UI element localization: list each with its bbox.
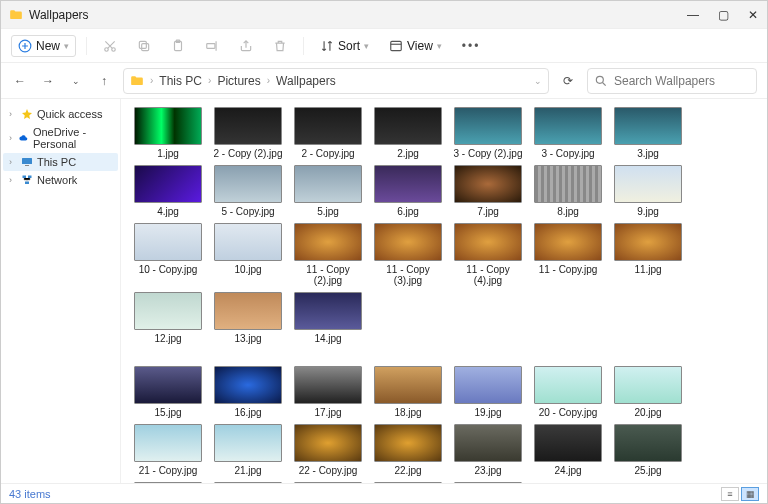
file-item[interactable]: 2.jpg <box>371 107 445 159</box>
file-item[interactable]: 3 - Copy.jpg <box>531 107 605 159</box>
breadcrumb-thispc[interactable]: This PC <box>159 74 202 88</box>
file-item[interactable]: 21.jpg <box>211 424 285 476</box>
file-item[interactable]: 20.jpg <box>611 366 685 418</box>
close-button[interactable]: ✕ <box>745 7 761 23</box>
file-item[interactable]: 14.jpg <box>291 292 365 344</box>
sidebar-item-onedrive[interactable]: › OneDrive - Personal <box>3 123 118 153</box>
file-thumbnail <box>454 165 522 203</box>
file-item[interactable]: 25.jpg <box>611 424 685 476</box>
file-name-label: 22 - Copy.jpg <box>291 465 365 476</box>
recent-dropdown-icon[interactable]: ⌄ <box>67 72 85 90</box>
back-button[interactable]: ← <box>11 72 29 90</box>
file-item[interactable]: 11.jpg <box>611 223 685 286</box>
file-thumbnail <box>294 165 362 203</box>
view-button[interactable]: View ▾ <box>383 36 448 56</box>
file-item[interactable]: 23.jpg <box>451 424 525 476</box>
file-item[interactable]: 2 - Copy (2).jpg <box>211 107 285 159</box>
file-item[interactable]: 22.jpg <box>371 424 445 476</box>
view-icon <box>389 39 403 53</box>
caret-icon[interactable]: › <box>9 157 17 167</box>
rename-button[interactable] <box>199 36 225 56</box>
file-item[interactable]: 5.jpg <box>291 165 365 217</box>
explorer-window: Wallpapers — ▢ ✕ New ▾ Sort ▾ View ▾ <box>0 0 768 504</box>
caret-icon[interactable]: › <box>9 109 17 119</box>
file-name-label: 18.jpg <box>371 407 445 418</box>
file-item[interactable]: 13.jpg <box>211 292 285 344</box>
file-item[interactable]: 5 - Copy.jpg <box>211 165 285 217</box>
share-icon <box>239 39 253 53</box>
file-item[interactable]: 1.jpg <box>131 107 205 159</box>
caret-icon[interactable]: › <box>9 175 17 185</box>
file-name-label: 21.jpg <box>211 465 285 476</box>
file-item[interactable]: 3.jpg <box>611 107 685 159</box>
chevron-down-icon[interactable]: ⌄ <box>534 76 542 86</box>
file-item[interactable]: 22 - Copy.jpg <box>291 424 365 476</box>
file-item[interactable]: 8.jpg <box>531 165 605 217</box>
delete-button[interactable] <box>267 36 293 56</box>
up-button[interactable]: ↑ <box>95 72 113 90</box>
share-button[interactable] <box>233 36 259 56</box>
file-item[interactable]: 6.jpg <box>371 165 445 217</box>
nav-pane: › Quick access › OneDrive - Personal › T… <box>1 99 121 483</box>
breadcrumb-wallpapers[interactable]: Wallpapers <box>276 74 336 88</box>
caret-icon[interactable]: › <box>9 133 15 143</box>
file-item[interactable]: 10.jpg <box>211 223 285 286</box>
file-item[interactable]: 18.jpg <box>371 366 445 418</box>
file-item[interactable]: 11 - Copy (3).jpg <box>371 223 445 286</box>
chevron-right-icon[interactable]: › <box>150 75 153 86</box>
file-item[interactable]: 3 - Copy (2).jpg <box>451 107 525 159</box>
network-icon <box>21 174 33 186</box>
sidebar-item-quick-access[interactable]: › Quick access <box>3 105 118 123</box>
file-item[interactable]: 2 - Copy.jpg <box>291 107 365 159</box>
chevron-down-icon: ▾ <box>64 41 69 51</box>
file-item[interactable]: 10 - Copy.jpg <box>131 223 205 286</box>
minimize-button[interactable]: — <box>685 7 701 23</box>
file-item[interactable]: 24.jpg <box>531 424 605 476</box>
more-button[interactable]: ••• <box>456 36 487 56</box>
sidebar-item-label: Network <box>37 174 77 186</box>
file-item[interactable]: 16.jpg <box>211 366 285 418</box>
status-item-count: 43 items <box>9 488 51 500</box>
file-item[interactable]: 11 - Copy (4).jpg <box>451 223 525 286</box>
file-item[interactable]: 21 - Copy.jpg <box>131 424 205 476</box>
file-item[interactable]: 9.jpg <box>611 165 685 217</box>
paste-button[interactable] <box>165 36 191 56</box>
file-item[interactable]: 17.jpg <box>291 366 365 418</box>
maximize-button[interactable]: ▢ <box>715 7 731 23</box>
chevron-right-icon[interactable]: › <box>267 75 270 86</box>
sort-button[interactable]: Sort ▾ <box>314 36 375 56</box>
file-item[interactable]: 11 - Copy.jpg <box>531 223 605 286</box>
file-item[interactable]: 12.jpg <box>131 292 205 344</box>
breadcrumb-bar[interactable]: › This PC › Pictures › Wallpapers ⌄ <box>123 68 549 94</box>
refresh-button[interactable]: ⟳ <box>559 72 577 90</box>
new-button[interactable]: New ▾ <box>11 35 76 57</box>
forward-button[interactable]: → <box>39 72 57 90</box>
file-item[interactable]: 7.jpg <box>451 165 525 217</box>
details-view-button[interactable]: ≡ <box>721 487 739 501</box>
sidebar-item-thispc[interactable]: › This PC <box>3 153 118 171</box>
chevron-down-icon: ▾ <box>437 41 442 51</box>
file-item[interactable]: 4.jpg <box>131 165 205 217</box>
file-thumbnail <box>454 366 522 404</box>
titlebar[interactable]: Wallpapers — ▢ ✕ <box>1 1 767 29</box>
chevron-right-icon[interactable]: › <box>208 75 211 86</box>
file-name-label: 11 - Copy (2).jpg <box>291 264 365 286</box>
file-item[interactable]: 20 - Copy.jpg <box>531 366 605 418</box>
copy-button[interactable] <box>131 36 157 56</box>
svg-rect-4 <box>139 41 146 48</box>
file-name-label: 17.jpg <box>291 407 365 418</box>
search-input[interactable]: Search Wallpapers <box>587 68 757 94</box>
file-grid[interactable]: 1.jpg2 - Copy (2).jpg2 - Copy.jpg2.jpg3 … <box>121 99 767 483</box>
file-item[interactable]: 19.jpg <box>451 366 525 418</box>
file-item[interactable]: 11 - Copy (2).jpg <box>291 223 365 286</box>
cut-button[interactable] <box>97 36 123 56</box>
file-item[interactable]: 15.jpg <box>131 366 205 418</box>
svg-rect-7 <box>207 43 215 48</box>
file-thumbnail <box>294 292 362 330</box>
breadcrumb-pictures[interactable]: Pictures <box>217 74 260 88</box>
file-name-label: 15.jpg <box>131 407 205 418</box>
thumbnails-view-button[interactable]: ▦ <box>741 487 759 501</box>
sidebar-item-network[interactable]: › Network <box>3 171 118 189</box>
cloud-icon <box>19 132 29 144</box>
file-name-label: 11.jpg <box>611 264 685 275</box>
